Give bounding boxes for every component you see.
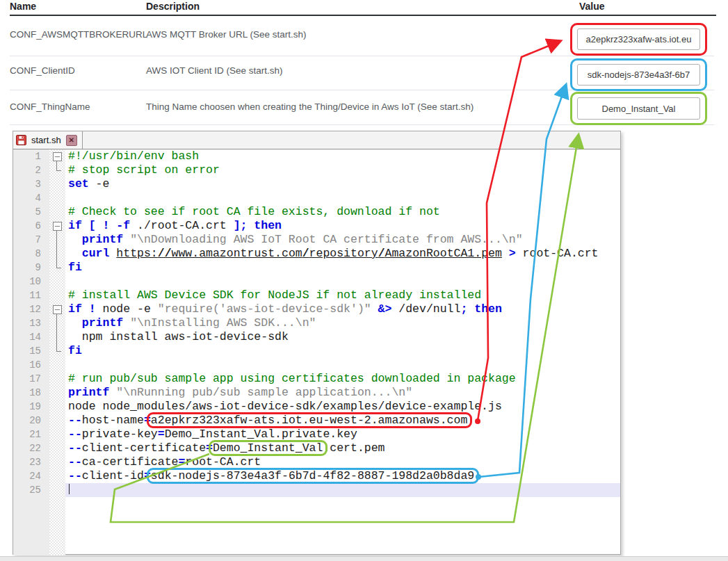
fold-margin	[49, 400, 65, 414]
line-number: 2	[13, 163, 49, 177]
editor-content[interactable]: 1#!/usr/bin/env bash2# stop script on er…	[13, 149, 620, 555]
fold-marker-icon	[49, 330, 65, 344]
code-text[interactable]: set -e	[65, 177, 620, 191]
value-annotation-box: Demo_Instant_Val	[570, 92, 707, 125]
code-line[interactable]: 21--private-key=Demo_Instant_Val.private…	[13, 428, 620, 441]
config-description-cell: AWS MQTT Broker URL (See start.sh)	[146, 29, 307, 40]
code-line[interactable]: 7 printf "\nDownloading AWS IoT Root CA …	[13, 233, 620, 247]
line-number: 25	[13, 483, 49, 497]
code-text[interactable]: printf "\nRunning pub/sub sample applica…	[65, 386, 620, 400]
line-number: 16	[13, 358, 49, 372]
line-number: 7	[13, 233, 49, 247]
code-line[interactable]: 3set -e	[13, 177, 620, 191]
line-number: 23	[13, 455, 49, 469]
code-text[interactable]	[65, 191, 620, 205]
code-line[interactable]: 25	[13, 483, 620, 497]
line-number: 19	[13, 400, 49, 414]
code-line[interactable]: 14 npm install aws-iot-device-sdk	[13, 330, 620, 344]
fold-margin	[49, 483, 65, 497]
code-line[interactable]: 13 printf "\nInstalling AWS SDK...\n"	[13, 316, 620, 330]
line-number: 6	[13, 219, 49, 233]
editor-filler	[13, 497, 620, 555]
code-line[interactable]: 24--client-id=sdk-nodejs-873e4a3f-6b7d-4…	[13, 469, 620, 483]
code-line[interactable]: 20--host-name=a2epkrz323xafw-ats.iot.eu-…	[13, 414, 620, 428]
code-text[interactable]: # stop script on error	[65, 163, 620, 177]
code-line[interactable]: 4	[13, 191, 620, 205]
code-text[interactable]: # install AWS Device SDK for NodeJS if n…	[65, 288, 620, 302]
code-text[interactable]: npm install aws-iot-device-sdk	[65, 330, 620, 344]
code-line[interactable]: 1#!/usr/bin/env bash	[13, 149, 620, 163]
code-line[interactable]: 11# install AWS Device SDK for NodeJS if…	[13, 288, 620, 302]
fold-marker-icon[interactable]	[49, 149, 65, 163]
fold-margin	[49, 469, 65, 483]
line-number: 8	[13, 247, 49, 261]
line-number: 17	[13, 372, 49, 386]
code-text[interactable]: printf "\nDownloading AWS IoT Root CA ce…	[65, 233, 620, 247]
code-text[interactable]: fi	[65, 261, 620, 275]
fold-marker-icon	[49, 344, 65, 358]
config-name-cell: CONF_ClientID	[10, 65, 75, 76]
line-number: 10	[13, 275, 49, 288]
code-line[interactable]: 9fi	[13, 261, 620, 275]
fold-marker-icon	[49, 247, 65, 261]
page: Name Description Value CONF_AWSMQTTBROKE…	[0, 0, 728, 561]
code-text[interactable]: #!/usr/bin/env bash	[65, 149, 620, 163]
line-number: 5	[13, 205, 49, 219]
code-line[interactable]: 16	[13, 358, 620, 372]
code-line[interactable]: 12if ! node -e "require('aws-iot-device-…	[13, 302, 620, 316]
code-text[interactable]: --host-name=a2epkrz323xafw-ats.iot.eu-we…	[65, 414, 620, 428]
code-text[interactable]: node node_modules/aws-iot-device-sdk/exa…	[65, 400, 620, 414]
code-text[interactable]: --client-id=sdk-nodejs-873e4a3f-6b7d-4f8…	[65, 469, 620, 483]
code-text[interactable]: --ca-certificate=root-CA.crt	[65, 455, 620, 469]
line-number: 24	[13, 469, 49, 483]
code-text[interactable]: if [ ! -f ./root-CA.crt ]; then	[65, 219, 620, 233]
table-header-value: Value	[579, 1, 605, 12]
code-text[interactable]	[65, 358, 620, 372]
value-box: Demo_Instant_Val	[577, 97, 700, 120]
code-text[interactable]: fi	[65, 344, 620, 358]
fold-margin	[49, 288, 65, 302]
fold-marker-icon[interactable]	[49, 302, 65, 316]
fold-margin	[49, 386, 65, 400]
code-line[interactable]: 6if [ ! -f ./root-CA.crt ]; then	[13, 219, 620, 233]
code-text[interactable]: curl https://www.amazontrust.com/reposit…	[65, 247, 620, 261]
fold-margin	[49, 455, 65, 469]
code-text[interactable]	[65, 483, 620, 497]
code-line[interactable]: 10	[13, 275, 620, 288]
code-line[interactable]: 5# Check to see if root CA file exists, …	[13, 205, 620, 219]
tab-start-sh[interactable]: start.sh ✕	[13, 131, 83, 149]
code-text[interactable]: if ! node -e "require('aws-iot-device-sd…	[65, 302, 620, 316]
line-number: 1	[13, 149, 49, 163]
fold-marker-icon[interactable]	[49, 219, 65, 233]
code-line[interactable]: 18printf "\nRunning pub/sub sample appli…	[13, 386, 620, 400]
line-number: 3	[13, 177, 49, 191]
code-line[interactable]: 15fi	[13, 344, 620, 358]
code-line[interactable]: 17# run pub/sub sample app using certifi…	[13, 372, 620, 386]
code-text[interactable]: # Check to see if root CA file exists, d…	[65, 205, 620, 219]
value-annotation-box: a2epkrz323xafw-ats.iot.eu	[570, 23, 707, 56]
code-line[interactable]: 23--ca-certificate=root-CA.crt	[13, 455, 620, 469]
fold-margin	[49, 191, 65, 205]
code-editor: start.sh ✕ 1#!/usr/bin/env bash2# stop s…	[13, 131, 621, 555]
floppy-unsaved-icon	[16, 135, 26, 145]
close-icon[interactable]: ✕	[66, 135, 77, 146]
code-line[interactable]: 19node node_modules/aws-iot-device-sdk/e…	[13, 400, 620, 414]
table-row-divider	[10, 56, 714, 56]
fold-margin	[49, 205, 65, 219]
code-text[interactable]: # run pub/sub sample app using certifica…	[65, 372, 620, 386]
line-number: 11	[13, 288, 49, 302]
code-line[interactable]: 2# stop script on error	[13, 163, 620, 177]
code-text[interactable]	[65, 275, 620, 288]
code-text[interactable]: --private-key=Demo_Instant_Val.private.k…	[65, 428, 620, 441]
config-description-cell: Thing Name choosen when creating the Thi…	[146, 101, 474, 112]
tab-label: start.sh	[30, 135, 63, 145]
fold-marker-icon	[49, 316, 65, 330]
value-box: sdk-nodejs-873e4a3f-6b7	[577, 64, 700, 86]
line-number: 22	[13, 441, 49, 455]
code-line[interactable]: 22--client-certificate=Demo_Instant_Val.…	[13, 441, 620, 455]
code-line[interactable]: 8 curl https://www.amazontrust.com/repos…	[13, 247, 620, 261]
code-text[interactable]: --client-certificate=Demo_Instant_Val.ce…	[65, 441, 620, 455]
code-text[interactable]: printf "\nInstalling AWS SDK...\n"	[65, 316, 620, 330]
fold-margin	[49, 275, 65, 288]
line-number: 4	[13, 191, 49, 205]
